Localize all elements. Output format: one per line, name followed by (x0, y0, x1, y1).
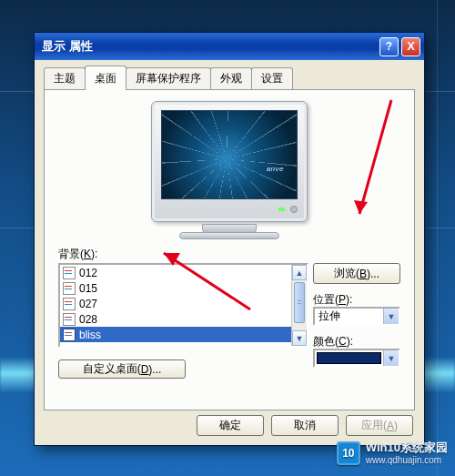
tab-theme[interactable]: 主题 (44, 67, 86, 89)
chevron-down-icon: ▼ (388, 312, 396, 321)
button-label: 应用( (361, 418, 387, 433)
scroll-up-button[interactable]: ▲ (292, 265, 307, 280)
image-file-icon (63, 267, 76, 279)
watermark: 10 Win10系统家园 www.qdhuajin.com (337, 441, 448, 465)
monitor-base (179, 232, 279, 239)
watermark-logo: 10 (337, 441, 360, 465)
color-label: 颜色(C): (313, 334, 400, 349)
listbox-inner: 012015027028bliss (60, 265, 291, 346)
display-properties-dialog: 显示 属性 ? X 主题 桌面 屏幕保护程序 外观 设置 anve (34, 32, 425, 446)
tab-label: 主题 (54, 72, 76, 85)
color-swatch (317, 352, 381, 364)
client-area: 主题 桌面 屏幕保护程序 外观 设置 anve (35, 60, 424, 445)
listbox-scrollbar[interactable]: ▲ ▼ (291, 265, 307, 346)
preview-monitor: anve (151, 101, 308, 239)
background-label: 背景(K): (58, 247, 97, 262)
image-file-icon (63, 329, 76, 341)
ok-button[interactable]: 确定 (197, 415, 264, 436)
watermark-line1: Win10系统家园 (366, 441, 448, 455)
apply-button[interactable]: 应用(A) (346, 415, 413, 436)
cancel-button[interactable]: 取消 (271, 415, 339, 436)
image-file-icon (63, 313, 76, 326)
position-value: 拉伸 (315, 309, 383, 324)
list-item[interactable]: 027 (60, 296, 291, 311)
color-combobox[interactable]: ▼ (313, 349, 400, 368)
customize-desktop-button[interactable]: 自定义桌面(D)... (58, 360, 186, 379)
close-button[interactable]: X (401, 37, 420, 56)
tab-appearance[interactable]: 外观 (210, 67, 252, 89)
tab-label: 桌面 (95, 72, 116, 85)
tab-label: 屏幕保护程序 (136, 72, 201, 85)
chevron-down-icon: ▼ (296, 334, 304, 343)
color-dropdown-button[interactable]: ▼ (383, 350, 399, 366)
watermark-text: Win10系统家园 www.qdhuajin.com (366, 441, 448, 465)
list-item-label: 027 (79, 298, 97, 310)
tab-panel-desktop: anve 背景(K): 012015027028bliss ▲ (44, 89, 415, 410)
browse-button[interactable]: 浏览(B)... (313, 263, 400, 284)
monitor-screen: anve (161, 110, 298, 199)
list-item-label: 012 (79, 267, 97, 279)
monitor-panel (161, 203, 298, 216)
tab-strip: 主题 桌面 屏幕保护程序 外观 设置 (44, 67, 415, 89)
position-dropdown-button[interactable]: ▼ (383, 309, 399, 324)
monitor-frame: anve (151, 101, 308, 222)
list-item[interactable]: bliss (60, 327, 291, 342)
tab-label: 设置 (261, 72, 283, 85)
tab-desktop[interactable]: 桌面 (85, 66, 126, 90)
power-button-icon (290, 206, 298, 213)
scroll-down-button[interactable]: ▼ (292, 330, 307, 346)
monitor-brand: anve (267, 165, 284, 173)
button-label: 取消 (294, 418, 316, 433)
tab-settings[interactable]: 设置 (251, 67, 293, 89)
window-title: 显示 属性 (42, 38, 377, 55)
list-item[interactable]: 015 (60, 280, 291, 296)
image-file-icon (63, 282, 76, 295)
list-item-label: bliss (79, 329, 101, 341)
watermark-line2: www.qdhuajin.com (366, 455, 448, 466)
monitor-stand (202, 224, 257, 233)
power-led-icon (278, 208, 285, 211)
chevron-up-icon: ▲ (296, 268, 304, 278)
list-item-label: 015 (79, 282, 97, 295)
list-item[interactable]: 028 (60, 311, 291, 327)
button-label: 确定 (219, 418, 241, 433)
position-combobox[interactable]: 拉伸 ▼ (313, 307, 400, 326)
close-icon: X (407, 39, 415, 53)
background-listbox[interactable]: 012015027028bliss ▲ ▼ (58, 263, 308, 348)
titlebar[interactable]: 显示 属性 ? X (35, 33, 424, 60)
list-item-label: 028 (79, 313, 97, 326)
bg-decor (437, 0, 438, 476)
help-icon: ? (386, 40, 392, 53)
position-label: 位置(P): (313, 292, 400, 308)
customize-desktop-button-wrap: 自定义桌面(D)... (58, 360, 186, 379)
chevron-down-icon: ▼ (388, 354, 396, 363)
tab-label: 外观 (220, 72, 242, 85)
list-item[interactable]: 012 (60, 265, 291, 280)
help-button[interactable]: ? (379, 37, 399, 56)
tab-screensaver[interactable]: 屏幕保护程序 (126, 67, 211, 89)
image-file-icon (63, 298, 76, 310)
browse-button-wrap: 浏览(B)... (313, 263, 400, 284)
dialog-button-row: 确定 取消 应用(A) (35, 415, 424, 436)
scroll-thumb[interactable] (294, 282, 305, 323)
